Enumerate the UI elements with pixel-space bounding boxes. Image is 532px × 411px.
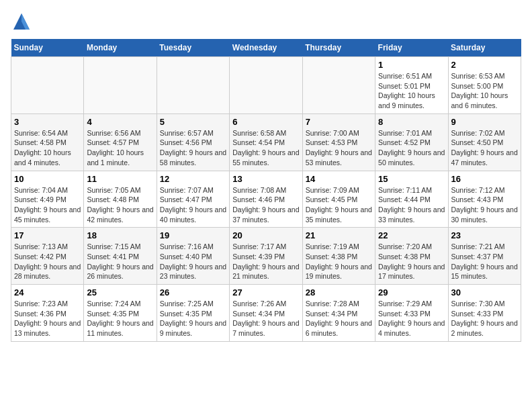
day-number: 8 (378, 117, 445, 127)
day-number: 4 (87, 117, 153, 127)
day-info: Sunrise: 7:00 AM Sunset: 4:53 PM Dayligh… (306, 128, 372, 168)
weekday-header-monday: Monday (84, 39, 157, 57)
day-info: Sunrise: 7:08 AM Sunset: 4:46 PM Dayligh… (232, 185, 299, 225)
day-cell: 19Sunrise: 7:16 AM Sunset: 4:40 PM Dayli… (157, 228, 229, 285)
day-cell: 24Sunrise: 7:23 AM Sunset: 4:36 PM Dayli… (11, 285, 84, 342)
weekday-header-friday: Friday (375, 39, 448, 57)
day-cell: 10Sunrise: 7:04 AM Sunset: 4:49 PM Dayli… (11, 171, 84, 228)
day-cell: 29Sunrise: 7:29 AM Sunset: 4:33 PM Dayli… (375, 285, 448, 342)
day-number: 6 (232, 117, 299, 127)
day-number: 17 (14, 230, 81, 240)
day-info: Sunrise: 7:16 AM Sunset: 4:40 PM Dayligh… (160, 242, 226, 281)
day-info: Sunrise: 7:24 AM Sunset: 4:35 PM Dayligh… (87, 299, 153, 338)
day-cell (157, 57, 229, 114)
day-number: 22 (378, 230, 445, 240)
day-cell: 22Sunrise: 7:20 AM Sunset: 4:38 PM Dayli… (375, 228, 448, 285)
day-info: Sunrise: 7:29 AM Sunset: 4:33 PM Dayligh… (378, 299, 445, 338)
day-cell: 9Sunrise: 7:02 AM Sunset: 4:50 PM Daylig… (448, 113, 521, 171)
logo (11, 11, 36, 32)
day-cell: 28Sunrise: 7:28 AM Sunset: 4:34 PM Dayli… (302, 285, 375, 342)
day-info: Sunrise: 7:19 AM Sunset: 4:38 PM Dayligh… (306, 242, 372, 281)
day-number: 20 (232, 230, 299, 240)
day-number: 3 (14, 117, 81, 127)
day-info: Sunrise: 7:20 AM Sunset: 4:38 PM Dayligh… (378, 242, 445, 281)
day-number: 11 (87, 174, 153, 184)
day-cell: 23Sunrise: 7:21 AM Sunset: 4:37 PM Dayli… (448, 228, 521, 285)
day-number: 7 (306, 117, 372, 127)
day-cell (230, 57, 302, 114)
day-number: 26 (160, 287, 226, 298)
day-cell: 11Sunrise: 7:05 AM Sunset: 4:48 PM Dayli… (84, 171, 157, 228)
day-cell: 27Sunrise: 7:26 AM Sunset: 4:34 PM Dayli… (230, 285, 302, 342)
day-cell: 30Sunrise: 7:30 AM Sunset: 4:33 PM Dayli… (448, 285, 521, 342)
day-info: Sunrise: 7:23 AM Sunset: 4:36 PM Dayligh… (14, 299, 81, 338)
weekday-header-saturday: Saturday (448, 39, 521, 57)
day-info: Sunrise: 6:51 AM Sunset: 5:01 PM Dayligh… (378, 71, 445, 111)
day-cell: 6Sunrise: 6:58 AM Sunset: 4:54 PM Daylig… (230, 113, 302, 171)
day-cell (84, 57, 157, 114)
day-info: Sunrise: 7:02 AM Sunset: 4:50 PM Dayligh… (451, 128, 518, 168)
day-number: 1 (378, 60, 445, 70)
day-number: 10 (14, 174, 81, 184)
day-cell: 17Sunrise: 7:13 AM Sunset: 4:42 PM Dayli… (11, 228, 84, 285)
day-info: Sunrise: 7:25 AM Sunset: 4:35 PM Dayligh… (160, 299, 226, 338)
day-info: Sunrise: 7:04 AM Sunset: 4:49 PM Dayligh… (14, 185, 81, 225)
day-number: 25 (87, 287, 153, 298)
day-number: 21 (306, 230, 372, 240)
week-row-1: 1Sunrise: 6:51 AM Sunset: 5:01 PM Daylig… (11, 57, 521, 114)
day-cell: 13Sunrise: 7:08 AM Sunset: 4:46 PM Dayli… (230, 171, 302, 228)
day-cell: 16Sunrise: 7:12 AM Sunset: 4:43 PM Dayli… (448, 171, 521, 228)
day-info: Sunrise: 6:57 AM Sunset: 4:56 PM Dayligh… (160, 128, 226, 168)
day-info: Sunrise: 6:53 AM Sunset: 5:00 PM Dayligh… (451, 71, 518, 111)
day-number: 13 (232, 174, 299, 184)
day-number: 14 (306, 174, 372, 184)
day-cell: 7Sunrise: 7:00 AM Sunset: 4:53 PM Daylig… (302, 113, 375, 171)
day-cell: 26Sunrise: 7:25 AM Sunset: 4:35 PM Dayli… (157, 285, 229, 342)
day-number: 5 (160, 117, 226, 127)
day-cell: 21Sunrise: 7:19 AM Sunset: 4:38 PM Dayli… (302, 228, 375, 285)
day-info: Sunrise: 7:21 AM Sunset: 4:37 PM Dayligh… (451, 242, 518, 281)
logo-icon (11, 11, 32, 32)
day-info: Sunrise: 7:01 AM Sunset: 4:52 PM Dayligh… (378, 128, 445, 168)
weekday-header-wednesday: Wednesday (230, 39, 302, 57)
day-cell: 14Sunrise: 7:09 AM Sunset: 4:45 PM Dayli… (302, 171, 375, 228)
week-row-4: 17Sunrise: 7:13 AM Sunset: 4:42 PM Dayli… (11, 228, 521, 285)
day-info: Sunrise: 7:12 AM Sunset: 4:43 PM Dayligh… (451, 185, 518, 225)
day-info: Sunrise: 7:17 AM Sunset: 4:39 PM Dayligh… (232, 242, 299, 281)
weekday-header-sunday: Sunday (11, 39, 84, 57)
day-number: 23 (451, 230, 518, 240)
day-number: 15 (378, 174, 445, 184)
weekday-header-tuesday: Tuesday (157, 39, 229, 57)
day-info: Sunrise: 7:26 AM Sunset: 4:34 PM Dayligh… (232, 299, 299, 338)
weekday-header-row: SundayMondayTuesdayWednesdayThursdayFrid… (11, 39, 521, 57)
day-number: 19 (160, 230, 226, 240)
calendar-table: SundayMondayTuesdayWednesdayThursdayFrid… (11, 39, 521, 342)
day-cell: 8Sunrise: 7:01 AM Sunset: 4:52 PM Daylig… (375, 113, 448, 171)
day-info: Sunrise: 7:15 AM Sunset: 4:41 PM Dayligh… (87, 242, 153, 281)
day-number: 27 (232, 287, 299, 298)
day-info: Sunrise: 7:07 AM Sunset: 4:47 PM Dayligh… (160, 185, 226, 225)
day-number: 29 (378, 287, 445, 298)
weekday-header-thursday: Thursday (302, 39, 375, 57)
day-info: Sunrise: 7:13 AM Sunset: 4:42 PM Dayligh… (14, 242, 81, 281)
day-cell (302, 57, 375, 114)
day-info: Sunrise: 7:05 AM Sunset: 4:48 PM Dayligh… (87, 185, 153, 225)
day-number: 18 (87, 230, 153, 240)
day-cell: 5Sunrise: 6:57 AM Sunset: 4:56 PM Daylig… (157, 113, 229, 171)
day-number: 9 (451, 117, 518, 127)
day-number: 2 (451, 60, 518, 70)
page-header (11, 11, 521, 32)
day-cell: 2Sunrise: 6:53 AM Sunset: 5:00 PM Daylig… (448, 57, 521, 114)
day-info: Sunrise: 7:30 AM Sunset: 4:33 PM Dayligh… (451, 299, 518, 338)
day-info: Sunrise: 6:54 AM Sunset: 4:58 PM Dayligh… (14, 128, 81, 168)
day-cell (11, 57, 84, 114)
day-info: Sunrise: 7:11 AM Sunset: 4:44 PM Dayligh… (378, 185, 445, 225)
week-row-5: 24Sunrise: 7:23 AM Sunset: 4:36 PM Dayli… (11, 285, 521, 342)
day-cell: 15Sunrise: 7:11 AM Sunset: 4:44 PM Dayli… (375, 171, 448, 228)
day-cell: 12Sunrise: 7:07 AM Sunset: 4:47 PM Dayli… (157, 171, 229, 228)
day-number: 28 (306, 287, 372, 298)
day-info: Sunrise: 7:28 AM Sunset: 4:34 PM Dayligh… (306, 299, 372, 338)
day-cell: 1Sunrise: 6:51 AM Sunset: 5:01 PM Daylig… (375, 57, 448, 114)
day-cell: 3Sunrise: 6:54 AM Sunset: 4:58 PM Daylig… (11, 113, 84, 171)
day-number: 30 (451, 287, 518, 298)
